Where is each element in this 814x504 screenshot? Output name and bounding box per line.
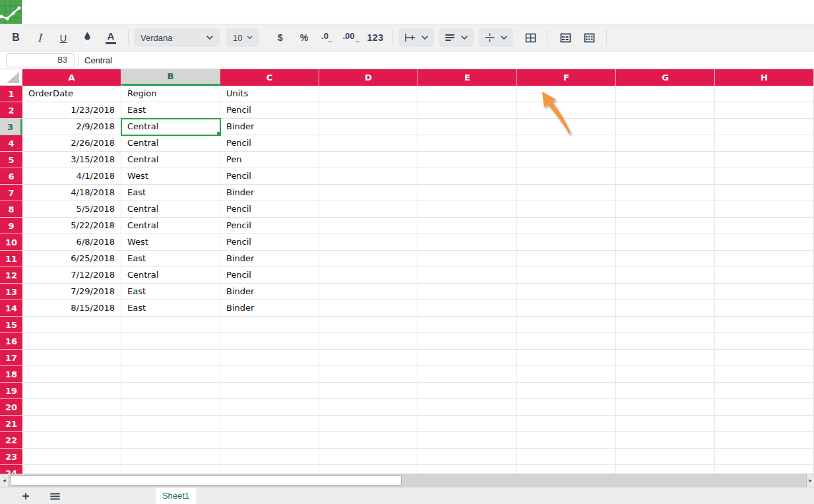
cell-D17[interactable] — [319, 350, 418, 366]
cell-B18[interactable] — [121, 366, 220, 383]
cell-C8[interactable]: Pencil — [220, 201, 319, 218]
cell-D9[interactable] — [319, 218, 418, 234]
row-header-22[interactable]: 22 — [0, 432, 22, 449]
cell-G24[interactable] — [616, 465, 715, 474]
cell-G20[interactable] — [616, 399, 715, 416]
horizontal-align-dropdown[interactable] — [439, 28, 474, 47]
column-header-B[interactable]: B — [121, 69, 220, 86]
cell-H17[interactable] — [715, 350, 814, 366]
cell-F18[interactable] — [517, 366, 616, 383]
cell-B16[interactable] — [121, 333, 220, 350]
cell-B5[interactable]: Central — [121, 152, 220, 168]
row-header-3[interactable]: 3 — [0, 119, 22, 135]
cell-G21[interactable] — [616, 416, 715, 432]
cell-H18[interactable] — [715, 366, 814, 383]
cell-D11[interactable] — [319, 251, 418, 267]
cell-G7[interactable] — [616, 185, 715, 201]
cell-F5[interactable] — [517, 152, 616, 168]
column-header-G[interactable]: G — [616, 69, 715, 86]
add-sheet-button[interactable]: + — [17, 488, 34, 504]
cell-D1[interactable] — [319, 86, 418, 102]
cell-E24[interactable] — [418, 465, 517, 474]
cell-A17[interactable] — [22, 350, 121, 366]
column-header-F[interactable]: F — [517, 69, 616, 86]
cell-D24[interactable] — [319, 465, 418, 474]
cell-A3[interactable]: 2/9/2018 — [22, 119, 121, 135]
horizontal-scrollbar-thumb[interactable] — [10, 475, 402, 486]
cell-G19[interactable] — [616, 383, 715, 399]
column-header-D[interactable]: D — [319, 69, 418, 86]
cell-A5[interactable]: 3/15/2018 — [22, 152, 121, 168]
text-color-button[interactable]: A — [99, 28, 123, 47]
cell-D22[interactable] — [319, 432, 418, 449]
cell-D21[interactable] — [319, 416, 418, 432]
cell-G4[interactable] — [616, 135, 715, 152]
cell-C23[interactable] — [220, 449, 319, 465]
cell-E8[interactable] — [418, 201, 517, 218]
cell-A13[interactable]: 7/29/2018 — [22, 284, 121, 300]
cell-H15[interactable] — [715, 317, 814, 333]
cell-H14[interactable] — [715, 300, 814, 317]
cell-B22[interactable] — [121, 432, 220, 449]
cell-F7[interactable] — [517, 185, 616, 201]
cell-A8[interactable]: 5/5/2018 — [22, 201, 121, 218]
cell-H3[interactable] — [715, 119, 814, 135]
cell-F20[interactable] — [517, 399, 616, 416]
cell-G2[interactable] — [616, 102, 715, 119]
cell-G1[interactable] — [616, 86, 715, 102]
cell-F22[interactable] — [517, 432, 616, 449]
cell-B17[interactable] — [121, 350, 220, 366]
cell-C7[interactable]: Binder — [220, 185, 319, 201]
cell-A24[interactable] — [22, 465, 121, 474]
cell-F6[interactable] — [517, 168, 616, 185]
row-header-15[interactable]: 15 — [0, 317, 22, 333]
cell-E9[interactable] — [418, 218, 517, 234]
row-header-7[interactable]: 7 — [0, 185, 22, 201]
cell-H6[interactable] — [715, 168, 814, 185]
row-header-10[interactable]: 10 — [0, 234, 22, 251]
cell-F11[interactable] — [517, 251, 616, 267]
cell-H21[interactable] — [715, 416, 814, 432]
cell-B15[interactable] — [121, 317, 220, 333]
row-header-9[interactable]: 9 — [0, 218, 22, 234]
cell-E11[interactable] — [418, 251, 517, 267]
cell-F13[interactable] — [517, 284, 616, 300]
row-header-17[interactable]: 17 — [0, 350, 22, 366]
cell-B10[interactable]: West — [121, 234, 220, 251]
cell-D16[interactable] — [319, 333, 418, 350]
cell-F16[interactable] — [517, 333, 616, 350]
cell-F3[interactable] — [517, 119, 616, 135]
cell-H4[interactable] — [715, 135, 814, 152]
cell-E12[interactable] — [418, 267, 517, 284]
cell-D18[interactable] — [319, 366, 418, 383]
cell-A20[interactable] — [22, 399, 121, 416]
cell-B11[interactable]: East — [121, 251, 220, 267]
cell-C15[interactable] — [220, 317, 319, 333]
row-header-6[interactable]: 6 — [0, 168, 22, 185]
cell-D12[interactable] — [319, 267, 418, 284]
text-wrap-dropdown[interactable] — [398, 28, 434, 47]
cell-A21[interactable] — [22, 416, 121, 432]
row-header-19[interactable]: 19 — [0, 383, 22, 399]
cell-E7[interactable] — [418, 185, 517, 201]
cell-G15[interactable] — [616, 317, 715, 333]
scroll-left-button[interactable]: ◂ — [0, 474, 9, 487]
cell-A18[interactable] — [22, 366, 121, 383]
cell-H1[interactable] — [715, 86, 814, 102]
scroll-right-button[interactable]: ▸ — [806, 474, 814, 487]
cell-F12[interactable] — [517, 267, 616, 284]
cell-H10[interactable] — [715, 234, 814, 251]
cell-H12[interactable] — [715, 267, 814, 284]
cell-B12[interactable]: Central — [121, 267, 220, 284]
grid-cells-button[interactable] — [577, 28, 601, 47]
cell-B9[interactable]: Central — [121, 218, 220, 234]
cell-H16[interactable] — [715, 333, 814, 350]
cell-F19[interactable] — [517, 383, 616, 399]
row-header-2[interactable]: 2 — [0, 102, 22, 119]
cell-D19[interactable] — [319, 383, 418, 399]
cell-C17[interactable] — [220, 350, 319, 366]
column-header-E[interactable]: E — [418, 69, 517, 86]
cell-E19[interactable] — [418, 383, 517, 399]
cell-G23[interactable] — [616, 449, 715, 465]
cell-B2[interactable]: East — [121, 102, 220, 119]
